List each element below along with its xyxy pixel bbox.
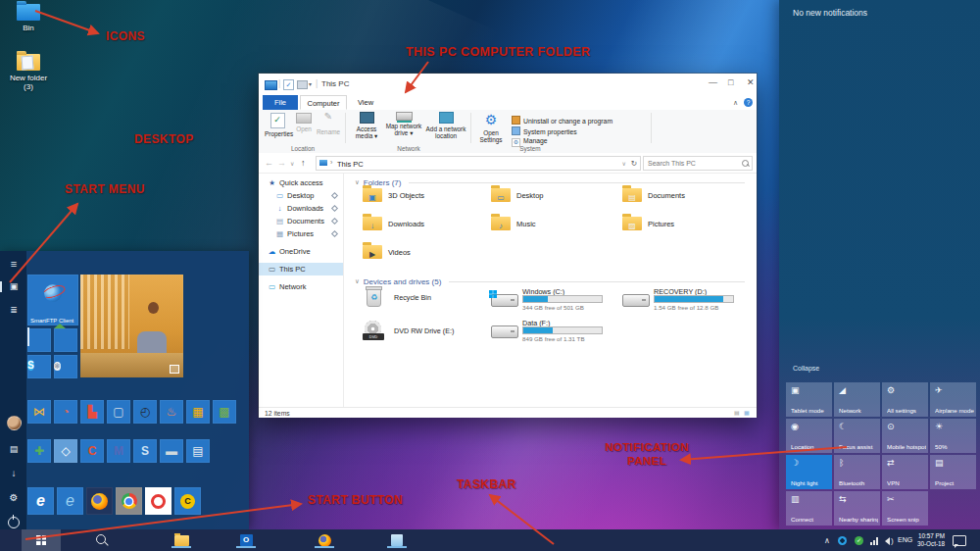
hamburger-menu-icon[interactable]	[7, 257, 21, 271]
tray-overflow-chevron-icon[interactable]	[824, 536, 830, 545]
tile-diamond-app[interactable]	[54, 439, 77, 463]
tray-app-icon[interactable]	[838, 536, 847, 545]
quick-action-focus-assist[interactable]: ☾Focus assist	[834, 419, 880, 453]
folder-item-desktop[interactable]: Desktop	[491, 186, 614, 208]
close-button[interactable]	[747, 77, 755, 87]
taskbar-clock[interactable]: 10:57 PM 30-Oct-18	[913, 532, 945, 548]
recent-locations-icon[interactable]	[290, 160, 294, 167]
tile-skype[interactable]	[27, 355, 51, 378]
quick-action-connect[interactable]: ▥Connect	[786, 491, 832, 526]
tile-gauge-app[interactable]	[133, 400, 157, 424]
all-apps-icon[interactable]	[7, 303, 21, 317]
customize-toolbar-icon[interactable]	[309, 80, 312, 87]
sidebar-item-pictures[interactable]: Pictures	[259, 227, 343, 240]
folder-item-3d-objects[interactable]: 3D Objects	[363, 186, 486, 208]
tile-notes-app[interactable]	[186, 439, 210, 463]
tile-white-circle-app[interactable]	[54, 355, 77, 378]
add-network-location-button[interactable]: Add a network location	[425, 112, 466, 139]
taskbar-outlook[interactable]	[233, 532, 259, 548]
quick-action-project[interactable]: ▤Project	[930, 455, 976, 489]
quick-action-airplane-mode[interactable]: ✈Airplane mode	[930, 382, 976, 417]
tile-app-window[interactable]	[107, 400, 130, 424]
security-shield-icon[interactable]	[855, 536, 863, 545]
minimize-button[interactable]	[709, 77, 717, 87]
section-header-devices[interactable]: Devices and drives (5)	[355, 276, 745, 287]
tile-chrome[interactable]	[116, 487, 142, 515]
desktop-icon-bin[interactable]: Bin	[0, 4, 57, 32]
access-media-button[interactable]: Access media	[351, 112, 382, 139]
downloads-rail-icon[interactable]	[7, 467, 21, 480]
power-icon[interactable]	[8, 517, 20, 528]
tile-color-grid-app[interactable]	[186, 400, 210, 424]
open-settings-button[interactable]: Open Settings	[476, 112, 506, 143]
settings-gear-icon[interactable]	[7, 491, 21, 505]
quick-action-bluetooth[interactable]: ᛒBluetooth	[834, 455, 880, 489]
help-icon[interactable]	[744, 98, 753, 107]
volume-icon[interactable]	[885, 537, 890, 545]
taskbar-file-explorer[interactable]	[169, 532, 194, 548]
quick-action-vpn[interactable]: ⇄VPN	[882, 455, 928, 489]
collapse-ribbon-icon[interactable]	[733, 99, 738, 107]
taskbar-notes-app[interactable]	[384, 532, 410, 548]
tab-view[interactable]: View	[349, 95, 382, 110]
tab-computer[interactable]: Computer	[300, 95, 347, 110]
tile-display-app[interactable]	[27, 328, 51, 352]
explorer-titlebar[interactable]: This PC	[259, 74, 757, 95]
uninstall-program-button[interactable]: Uninstall or change a program	[512, 116, 612, 125]
tile-edge[interactable]	[27, 487, 54, 515]
quick-action-screen-snip[interactable]: ✂Screen snip	[882, 491, 928, 526]
sidebar-item-desktop[interactable]: Desktop	[259, 189, 343, 202]
quick-action-all-settings[interactable]: ⚙All settings	[882, 382, 928, 417]
properties-quick-icon[interactable]	[283, 79, 294, 90]
sidebar-item-onedrive[interactable]: OneDrive	[259, 245, 343, 258]
desktop-icon-new-folder[interactable]: New folder (3)	[0, 54, 57, 91]
breadcrumb-path[interactable]: This PC	[337, 160, 364, 169]
sidebar-item-this-pc[interactable]: This PC	[259, 263, 343, 276]
sidebar-item-quick-access[interactable]: Quick access	[259, 176, 343, 189]
folder-item-documents[interactable]: Documents	[622, 186, 746, 208]
taskbar-search-icon[interactable]	[96, 534, 106, 544]
quick-action-brightness[interactable]: ☀50%	[930, 419, 976, 453]
user-avatar[interactable]	[7, 416, 22, 430]
tile-s-app[interactable]	[133, 439, 157, 463]
tab-file[interactable]: File	[263, 95, 298, 110]
system-properties-button[interactable]: System properties	[512, 126, 577, 136]
forward-button[interactable]	[277, 158, 286, 168]
action-center-icon[interactable]	[953, 535, 966, 546]
drive-item-recycle-bin[interactable]: Recycle Bin	[363, 287, 490, 313]
sidebar-item-network[interactable]: Network	[259, 280, 343, 293]
folder-item-videos[interactable]: Videos	[363, 243, 486, 265]
tile-gold-c-app[interactable]	[174, 487, 201, 515]
tile-ram-app[interactable]	[160, 439, 183, 463]
folder-item-music[interactable]: Music	[491, 215, 614, 236]
network-tray-icon[interactable]	[870, 537, 880, 545]
tile-smartftp[interactable]: SmartFTP Client	[27, 275, 78, 326]
pictures-rail-icon[interactable]	[7, 279, 21, 293]
tile-pinwheel-app[interactable]	[27, 400, 51, 424]
quick-action-network[interactable]: ◢Network	[834, 382, 880, 417]
new-folder-quick-icon[interactable]	[297, 80, 308, 89]
drive-item-data-f[interactable]: Data (F:) 849 GB free of 1.31 TB	[491, 319, 618, 344]
drive-item-dvd-e[interactable]: DVD RW Drive (E:)	[363, 319, 490, 344]
drive-item-windows-c[interactable]: Windows (C:) 344 GB free of 501 GB	[491, 287, 618, 313]
quick-action-tablet-mode[interactable]: ▣Tablet mode	[786, 382, 832, 417]
collapse-link[interactable]: Collapse	[793, 365, 819, 372]
properties-button[interactable]: Properties	[265, 113, 290, 137]
address-dropdown-icon[interactable]	[622, 160, 626, 167]
up-button[interactable]	[301, 158, 306, 168]
quick-action-mobile-hotspot[interactable]: ⊙Mobile hotspot	[882, 419, 928, 453]
search-input[interactable]	[644, 157, 752, 170]
maximize-button[interactable]	[728, 77, 733, 87]
thumbnail-view-icon[interactable]	[744, 410, 751, 416]
tile-ccleaner[interactable]	[80, 439, 104, 463]
sidebar-item-documents[interactable]: Documents	[259, 215, 343, 227]
tile-firefox[interactable]	[86, 487, 113, 515]
tile-color-blocks-app[interactable]	[80, 400, 104, 424]
tile-photos-live[interactable]	[80, 275, 183, 377]
tile-internet-explorer[interactable]	[57, 487, 83, 515]
folder-item-downloads[interactable]: Downloads	[363, 215, 486, 236]
sidebar-item-downloads[interactable]: Downloads	[259, 202, 343, 215]
taskbar-firefox[interactable]	[312, 532, 337, 548]
tile-torch-app[interactable]	[160, 400, 183, 424]
quick-action-night-light[interactable]: ☽Night light	[786, 455, 832, 489]
